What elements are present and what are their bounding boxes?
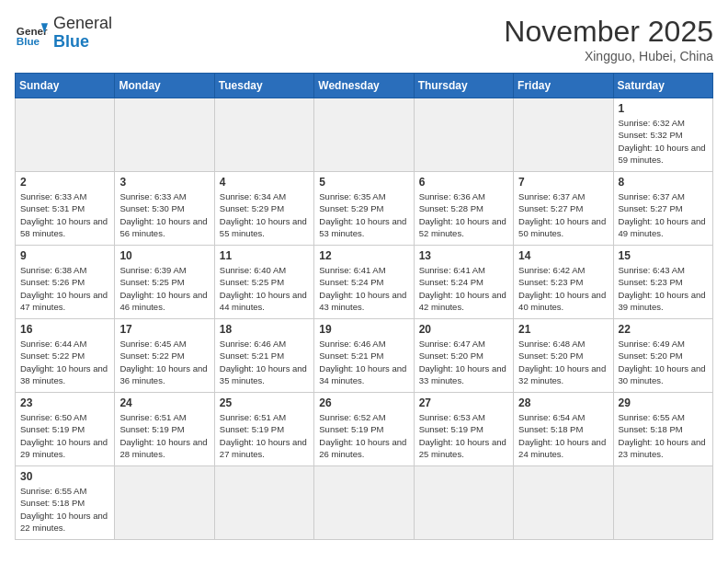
calendar-cell: 1Sunrise: 6:32 AM Sunset: 5:32 PM Daylig… [613,98,712,172]
day-number: 20 [419,323,508,336]
day-number: 29 [619,396,708,409]
day-number: 24 [119,396,209,409]
day-number: 30 [20,470,109,483]
day-info: Sunrise: 6:32 AM Sunset: 5:32 PM Dayligh… [619,117,708,166]
calendar-cell [514,466,613,540]
day-number: 7 [518,176,608,189]
calendar-cell [414,98,513,172]
location: Xingguo, Hubei, China [504,49,713,63]
calendar-row: 9Sunrise: 6:38 AM Sunset: 5:26 PM Daylig… [16,246,713,319]
calendar-cell: 19Sunrise: 6:46 AM Sunset: 5:21 PM Dayli… [314,319,414,393]
day-number: 5 [319,176,408,189]
day-info: Sunrise: 6:35 AM Sunset: 5:29 PM Dayligh… [319,190,408,239]
calendar-cell: 22Sunrise: 6:49 AM Sunset: 5:20 PM Dayli… [613,319,712,393]
day-number: 9 [20,249,109,262]
calendar-cell: 21Sunrise: 6:48 AM Sunset: 5:20 PM Dayli… [514,319,613,393]
day-info: Sunrise: 6:41 AM Sunset: 5:24 PM Dayligh… [419,264,508,313]
day-number: 11 [220,249,309,262]
day-info: Sunrise: 6:53 AM Sunset: 5:19 PM Dayligh… [419,411,508,460]
day-info: Sunrise: 6:55 AM Sunset: 5:18 PM Dayligh… [619,411,708,460]
day-info: Sunrise: 6:42 AM Sunset: 5:23 PM Dayligh… [518,264,608,313]
weekday-header-friday: Friday [514,74,613,98]
calendar-cell [514,98,613,172]
day-number: 26 [319,396,408,409]
weekday-header-thursday: Thursday [414,74,513,98]
day-number: 21 [518,323,608,336]
calendar-cell [115,466,214,540]
day-number: 19 [319,323,408,336]
day-number: 23 [20,396,109,409]
calendar-cell: 8Sunrise: 6:37 AM Sunset: 5:27 PM Daylig… [613,172,712,246]
logo: General Blue GeneralBlue [15,15,112,52]
day-number: 15 [619,249,708,262]
calendar-cell: 10Sunrise: 6:39 AM Sunset: 5:25 PM Dayli… [115,246,214,319]
day-info: Sunrise: 6:54 AM Sunset: 5:18 PM Dayligh… [518,411,608,460]
weekday-header-saturday: Saturday [613,74,712,98]
day-number: 2 [20,176,109,189]
day-info: Sunrise: 6:51 AM Sunset: 5:19 PM Dayligh… [220,411,309,460]
day-info: Sunrise: 6:41 AM Sunset: 5:24 PM Dayligh… [319,264,408,313]
day-info: Sunrise: 6:45 AM Sunset: 5:22 PM Dayligh… [119,338,209,386]
calendar-row: 2Sunrise: 6:33 AM Sunset: 5:31 PM Daylig… [16,172,713,246]
day-info: Sunrise: 6:49 AM Sunset: 5:20 PM Dayligh… [619,338,708,386]
day-info: Sunrise: 6:50 AM Sunset: 5:19 PM Dayligh… [20,411,109,460]
day-number: 16 [20,323,109,336]
svg-text:Blue: Blue [17,34,40,46]
day-info: Sunrise: 6:37 AM Sunset: 5:27 PM Dayligh… [518,190,608,239]
calendar-cell: 15Sunrise: 6:43 AM Sunset: 5:23 PM Dayli… [613,246,712,319]
day-number: 10 [119,249,209,262]
day-info: Sunrise: 6:36 AM Sunset: 5:28 PM Dayligh… [419,190,508,239]
day-info: Sunrise: 6:46 AM Sunset: 5:21 PM Dayligh… [220,338,309,386]
day-info: Sunrise: 6:39 AM Sunset: 5:25 PM Dayligh… [119,264,209,313]
calendar-row: 1Sunrise: 6:32 AM Sunset: 5:32 PM Daylig… [16,98,713,172]
day-number: 25 [220,396,309,409]
day-info: Sunrise: 6:40 AM Sunset: 5:25 PM Dayligh… [220,264,309,313]
calendar-cell: 3Sunrise: 6:33 AM Sunset: 5:30 PM Daylig… [115,172,214,246]
calendar-cell: 28Sunrise: 6:54 AM Sunset: 5:18 PM Dayli… [514,393,613,466]
calendar-cell: 12Sunrise: 6:41 AM Sunset: 5:24 PM Dayli… [314,246,414,319]
calendar-cell: 6Sunrise: 6:36 AM Sunset: 5:28 PM Daylig… [414,172,513,246]
day-number: 8 [619,176,708,189]
calendar-cell: 26Sunrise: 6:52 AM Sunset: 5:19 PM Dayli… [314,393,414,466]
day-number: 12 [319,249,408,262]
calendar-cell: 7Sunrise: 6:37 AM Sunset: 5:27 PM Daylig… [514,172,613,246]
calendar-cell [214,466,313,540]
calendar-cell: 29Sunrise: 6:55 AM Sunset: 5:18 PM Dayli… [613,393,712,466]
calendar-cell [414,466,513,540]
day-number: 14 [518,249,608,262]
day-info: Sunrise: 6:33 AM Sunset: 5:31 PM Dayligh… [20,190,109,239]
day-number: 18 [220,323,309,336]
day-number: 28 [518,396,608,409]
calendar-cell: 30Sunrise: 6:55 AM Sunset: 5:18 PM Dayli… [16,466,115,540]
day-info: Sunrise: 6:38 AM Sunset: 5:26 PM Dayligh… [20,264,109,313]
logo-text: GeneralBlue [53,15,112,52]
calendar-cell: 27Sunrise: 6:53 AM Sunset: 5:19 PM Dayli… [414,393,513,466]
day-info: Sunrise: 6:34 AM Sunset: 5:29 PM Dayligh… [220,190,309,239]
day-info: Sunrise: 6:55 AM Sunset: 5:18 PM Dayligh… [20,485,109,534]
day-info: Sunrise: 6:44 AM Sunset: 5:22 PM Dayligh… [20,338,109,386]
calendar-cell: 4Sunrise: 6:34 AM Sunset: 5:29 PM Daylig… [214,172,313,246]
day-number: 17 [119,323,209,336]
weekday-header-wednesday: Wednesday [314,74,414,98]
calendar-cell: 24Sunrise: 6:51 AM Sunset: 5:19 PM Dayli… [115,393,214,466]
day-info: Sunrise: 6:33 AM Sunset: 5:30 PM Dayligh… [119,190,209,239]
calendar-row: 16Sunrise: 6:44 AM Sunset: 5:22 PM Dayli… [16,319,713,393]
calendar-cell [314,98,414,172]
title-block: November 2025 Xingguo, Hubei, China [504,15,713,63]
day-number: 1 [619,102,708,115]
calendar-row: 30Sunrise: 6:55 AM Sunset: 5:18 PM Dayli… [16,466,713,540]
day-info: Sunrise: 6:47 AM Sunset: 5:20 PM Dayligh… [419,338,508,386]
day-info: Sunrise: 6:37 AM Sunset: 5:27 PM Dayligh… [619,190,708,239]
calendar-cell [613,466,712,540]
day-info: Sunrise: 6:51 AM Sunset: 5:19 PM Dayligh… [119,411,209,460]
calendar-cell: 17Sunrise: 6:45 AM Sunset: 5:22 PM Dayli… [115,319,214,393]
calendar-cell [314,466,414,540]
calendar-cell: 18Sunrise: 6:46 AM Sunset: 5:21 PM Dayli… [214,319,313,393]
calendar-cell: 9Sunrise: 6:38 AM Sunset: 5:26 PM Daylig… [16,246,115,319]
day-info: Sunrise: 6:43 AM Sunset: 5:23 PM Dayligh… [619,264,708,313]
calendar-cell: 11Sunrise: 6:40 AM Sunset: 5:25 PM Dayli… [214,246,313,319]
page-header: General Blue GeneralBlue November 2025 X… [15,15,713,63]
calendar-cell: 14Sunrise: 6:42 AM Sunset: 5:23 PM Dayli… [514,246,613,319]
calendar-cell: 16Sunrise: 6:44 AM Sunset: 5:22 PM Dayli… [16,319,115,393]
weekday-header-row: SundayMondayTuesdayWednesdayThursdayFrid… [16,74,713,98]
